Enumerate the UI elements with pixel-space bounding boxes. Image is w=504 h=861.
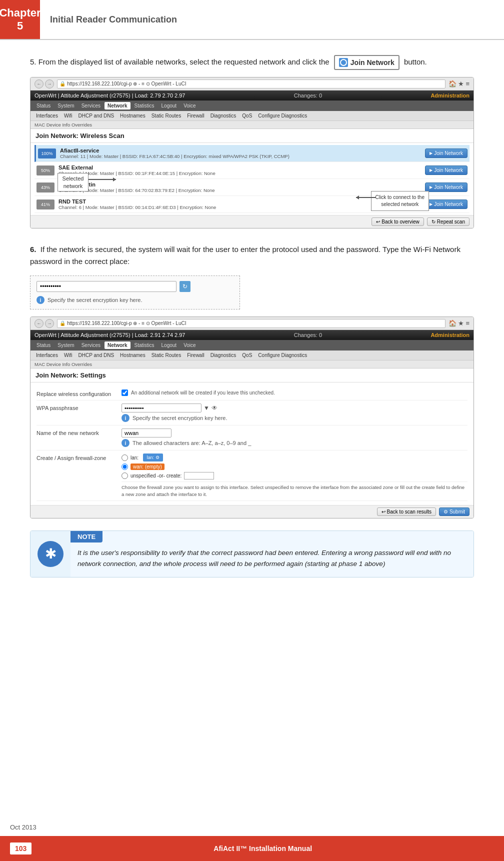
- menu-icon-2[interactable]: ≡: [466, 320, 470, 327]
- password-field-row: ↻: [36, 281, 234, 292]
- passphrase-reveal[interactable]: 👁: [212, 404, 218, 412]
- network-name-input[interactable]: [122, 428, 172, 438]
- browser1-toolbar: ← → 🔒 https://192.168.222.100/cgi-p ⊕ - …: [30, 78, 474, 90]
- owrt2-subnav[interactable]: Interfaces Wifi DHCP and DNS Hostnames S…: [30, 350, 474, 360]
- table-row: 100% AfiactII-service Channel: 11 | Mode…: [34, 145, 470, 162]
- subnav-qos[interactable]: QoS: [240, 112, 254, 120]
- address-bar-2[interactable]: 🔒 https://192.168.222.100/cgi-p ⊕ - ≡ ⊙ …: [57, 319, 446, 328]
- home-icon-2[interactable]: 🏠: [448, 320, 456, 327]
- mac-device-row-2: MAC Device Info Overrides: [30, 360, 474, 368]
- star-icon-2[interactable]: ★: [458, 320, 464, 327]
- firewall-unspecified-radio[interactable]: [122, 472, 128, 479]
- address-bar[interactable]: 🔒 https://192.168.222.100/cgi-p ⊕ - ≡ ⊙ …: [57, 80, 446, 88]
- subnav2-wifi[interactable]: Wifi: [62, 352, 75, 359]
- join-network-btn-2[interactable]: Join Network: [425, 166, 468, 175]
- subnav-static-routes[interactable]: Static Routes: [149, 112, 184, 120]
- firewall-wan-badge: wan: (empty): [130, 464, 164, 470]
- nav-buttons-2: ← →: [34, 319, 54, 328]
- refresh-icon[interactable]: ↻: [180, 281, 190, 292]
- back-to-scan-btn[interactable]: ↩ Back to scan results: [377, 508, 436, 516]
- signal-indicator: 43%: [36, 182, 54, 192]
- firewall-create-input[interactable]: [184, 472, 214, 480]
- subnav2-config-diag[interactable]: Configure Diagnostics: [256, 352, 310, 359]
- doc-title: AfiAct II™ Installation Manual: [32, 844, 494, 852]
- nav-network[interactable]: Network: [104, 102, 130, 110]
- join-network-inline-btn[interactable]: Join Network: [334, 55, 400, 70]
- subnav2-hostnames[interactable]: Hostnames: [118, 352, 148, 359]
- back-icon: ↩: [376, 219, 380, 224]
- join-network-btn-4[interactable]: Join Network: [425, 200, 468, 209]
- nav2-services[interactable]: Services: [78, 342, 104, 349]
- owrt2-header: OpenWrt | Attitude Adjustment (r27575) |…: [30, 330, 474, 340]
- forward-btn[interactable]: →: [45, 80, 54, 88]
- nav2-system[interactable]: System: [54, 342, 77, 349]
- section-title: Initial Reader Communication: [40, 0, 177, 39]
- subnav-dhcp[interactable]: DHCP and DNS: [76, 112, 117, 120]
- join-network-icon: [339, 58, 348, 67]
- firewall-lan-radio[interactable]: [122, 454, 128, 461]
- firewall-wan-radio[interactable]: [122, 464, 128, 470]
- subnav2-diagnostics[interactable]: Diagnostics: [208, 352, 239, 359]
- nav-voice[interactable]: Voice: [180, 102, 198, 110]
- star-icon[interactable]: ★: [458, 80, 464, 88]
- nav-statistics[interactable]: Statistics: [132, 102, 158, 110]
- subnav-interfaces[interactable]: Interfaces: [34, 112, 60, 120]
- browser1-wrap: Selectednetwork Click to connect to thes…: [30, 77, 474, 228]
- main-content: 5. From the displayed list of available …: [0, 40, 504, 592]
- settings-page-title: Join Network: Settings: [30, 368, 474, 382]
- owrt2-nav[interactable]: Status System Services Network Statistic…: [30, 340, 474, 350]
- subnav-wifi[interactable]: Wifi: [62, 112, 75, 120]
- settings-row-netname: Name of the new network i The allowed ch…: [36, 426, 468, 450]
- subnav2-dhcp[interactable]: DHCP and DNS: [76, 352, 117, 359]
- owrt1-nav[interactable]: Status System Services Network Statistic…: [30, 100, 474, 111]
- network-info: SAE External Channel: 6 | Mode: Master |…: [58, 164, 421, 176]
- password-input[interactable]: [36, 281, 176, 292]
- subnav-firewall[interactable]: Firewall: [184, 112, 206, 120]
- wpa-passphrase-input[interactable]: [122, 404, 202, 412]
- subnav2-firewall[interactable]: Firewall: [184, 352, 206, 359]
- callout-arrow-right: [356, 197, 376, 198]
- note-body: It is the user's responsibility to verif…: [70, 548, 474, 577]
- menu-icon[interactable]: ≡: [466, 80, 470, 88]
- subnav-diagnostics[interactable]: Diagnostics: [208, 112, 239, 120]
- repeat-scan-btn[interactable]: ↻ Repeat scan: [427, 218, 470, 226]
- firewall-note: Choose the firewall zone you want to ass…: [122, 482, 468, 498]
- home-icon[interactable]: 🏠: [448, 80, 456, 88]
- join-network-btn-1[interactable]: Join Network: [425, 148, 468, 158]
- nav-logout[interactable]: Logout: [158, 102, 180, 110]
- passphrase-toggle[interactable]: ▼: [204, 404, 210, 412]
- nav-services[interactable]: Services: [78, 102, 104, 110]
- back-btn-2[interactable]: ←: [34, 319, 44, 328]
- replace-wireless-checkbox[interactable]: [122, 390, 128, 396]
- back-to-overview-btn[interactable]: ↩ Back to overview: [372, 218, 424, 226]
- nav2-logout[interactable]: Logout: [158, 342, 180, 349]
- forward-btn-2[interactable]: →: [45, 319, 54, 328]
- nav2-voice[interactable]: Voice: [180, 342, 198, 349]
- subnav-hostnames[interactable]: Hostnames: [118, 112, 148, 120]
- page-footer: 103 AfiAct II™ Installation Manual: [0, 836, 504, 861]
- mac-device-row: MAC Device Info Overrides: [30, 121, 474, 129]
- firewall-lan-label: lan:: [130, 455, 138, 460]
- nav2-statistics[interactable]: Statistics: [132, 342, 158, 349]
- page-number: 103: [10, 842, 32, 854]
- nav2-status[interactable]: Status: [34, 342, 54, 349]
- submit-btn[interactable]: ⚙ Submit: [439, 508, 470, 516]
- join-network-btn-3[interactable]: Join Network: [425, 182, 468, 192]
- chapter-header: Chapter 5 Initial Reader Communication: [0, 0, 504, 40]
- nav-system[interactable]: System: [54, 102, 77, 110]
- subnav-config-diag[interactable]: Configure Diagnostics: [256, 112, 310, 120]
- nav2-network[interactable]: Network: [104, 342, 130, 349]
- back-btn[interactable]: ←: [34, 80, 44, 88]
- callout-arrow-left: [88, 179, 116, 180]
- settings-content: Replace wireless configuration An additi…: [30, 382, 474, 505]
- network-info: RND TEST Channel: 6 | Mode: Master | BSS…: [58, 198, 421, 210]
- step6-text: 6. If the network is secured, the system…: [30, 244, 474, 268]
- subnav2-static-routes[interactable]: Static Routes: [149, 352, 184, 359]
- info-icon-net: i: [122, 439, 130, 447]
- callout-selected-label: Selectednetwork: [58, 173, 88, 192]
- subnav2-qos[interactable]: QoS: [240, 352, 254, 359]
- subnav2-interfaces[interactable]: Interfaces: [34, 352, 60, 359]
- settings-row-firewall: Create / Assign firewall-zone lan: lan: …: [36, 450, 468, 501]
- owrt1-subnav[interactable]: Interfaces Wifi DHCP and DNS Hostnames S…: [30, 111, 474, 121]
- nav-status[interactable]: Status: [34, 102, 54, 110]
